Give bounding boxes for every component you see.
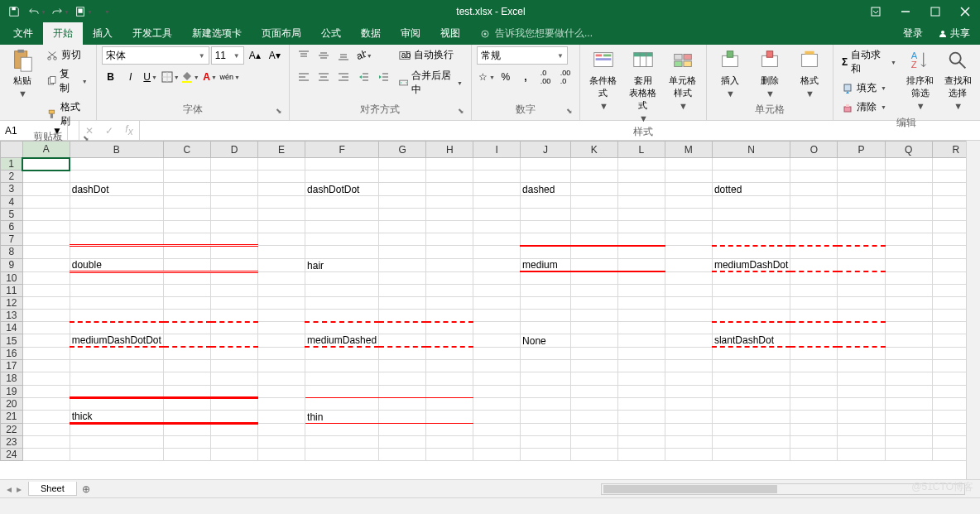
cell-M18[interactable] — [665, 372, 712, 385]
cell-G3[interactable] — [379, 183, 426, 195]
cell-O6[interactable] — [790, 220, 838, 233]
cell-A13[interactable] — [22, 310, 70, 322]
cell-H23[interactable] — [426, 436, 473, 449]
cell-F2[interactable] — [305, 171, 379, 183]
cell-O11[interactable] — [790, 284, 838, 296]
align-top-icon[interactable] — [295, 46, 313, 65]
cell-D15[interactable] — [210, 334, 257, 348]
cell-Q2[interactable] — [885, 171, 932, 183]
cell-M21[interactable] — [665, 410, 712, 423]
cell-O24[interactable] — [790, 449, 838, 461]
cell-M19[interactable] — [665, 385, 712, 397]
cell-J10[interactable] — [521, 271, 571, 284]
cell-Q17[interactable] — [885, 360, 932, 372]
cell-K4[interactable] — [570, 195, 617, 208]
cell-O19[interactable] — [790, 385, 838, 397]
row-header-17[interactable]: 17 — [1, 360, 23, 372]
cell-O5[interactable] — [790, 208, 838, 220]
share-button[interactable]: 共享 — [931, 22, 977, 45]
cell-K8[interactable] — [570, 246, 617, 258]
cell-F12[interactable] — [305, 296, 379, 309]
font-name-combo[interactable]: 宋体▼ — [102, 46, 209, 65]
font-color-button[interactable]: A▼ — [201, 68, 219, 86]
paste-button[interactable]: 粘贴▼ — [5, 46, 40, 100]
undo-button[interactable]: ▼ — [26, 2, 48, 22]
cell-J8[interactable] — [521, 246, 571, 258]
cell-B23[interactable] — [70, 436, 163, 449]
align-left-icon[interactable] — [295, 68, 313, 86]
cell-D16[interactable] — [210, 347, 257, 359]
cell-Q22[interactable] — [885, 423, 932, 435]
cell-N1[interactable] — [712, 158, 790, 171]
maximize-button[interactable] — [920, 0, 950, 23]
cell-K15[interactable] — [570, 334, 617, 348]
touch-mode-button[interactable]: ▼ — [73, 2, 94, 22]
cell-J22[interactable] — [521, 423, 571, 435]
cell-N14[interactable] — [712, 322, 790, 334]
cell-H24[interactable] — [426, 449, 473, 461]
cell-Q6[interactable] — [885, 220, 932, 233]
align-dialog-icon[interactable]: ⬊ — [456, 107, 466, 117]
decrease-font-icon[interactable]: A▾ — [266, 46, 284, 65]
cell-J9[interactable]: medium — [521, 258, 571, 271]
cell-E11[interactable] — [258, 284, 305, 296]
col-header-B[interactable]: B — [70, 142, 163, 158]
cell-L23[interactable] — [617, 436, 665, 449]
cell-A20[interactable] — [22, 397, 70, 410]
cell-C12[interactable] — [163, 296, 210, 309]
cell-E9[interactable] — [258, 258, 305, 271]
cell-J21[interactable] — [521, 410, 571, 423]
cell-I6[interactable] — [473, 220, 521, 233]
cell-Q13[interactable] — [885, 310, 932, 322]
redo-button[interactable]: ▼ — [50, 2, 71, 22]
cell-F9[interactable]: hair — [305, 258, 379, 271]
cell-L22[interactable] — [617, 423, 665, 435]
underline-button[interactable]: U▼ — [142, 68, 160, 86]
cell-B9[interactable]: double — [70, 258, 163, 271]
cell-N4[interactable] — [712, 195, 790, 208]
cell-I18[interactable] — [473, 372, 521, 385]
cell-P8[interactable] — [838, 246, 885, 258]
percent-format-icon[interactable]: % — [497, 68, 515, 86]
cell-L2[interactable] — [617, 171, 665, 183]
cell-H1[interactable] — [426, 158, 473, 171]
bold-button[interactable]: B — [102, 68, 120, 86]
decrease-decimal-icon[interactable]: .00.0 — [556, 68, 574, 86]
col-header-P[interactable]: P — [838, 142, 885, 158]
cell-G17[interactable] — [379, 360, 426, 372]
tell-me-box[interactable]: 告诉我您想要做什么... — [470, 22, 895, 45]
cell-A7[interactable] — [22, 233, 70, 246]
cell-L11[interactable] — [617, 284, 665, 296]
cell-C7[interactable] — [163, 233, 210, 246]
cell-O1[interactable] — [790, 158, 838, 171]
cell-H6[interactable] — [426, 220, 473, 233]
cell-N5[interactable] — [712, 208, 790, 220]
cell-N2[interactable] — [712, 171, 790, 183]
cell-N16[interactable] — [712, 347, 790, 359]
sheet-nav[interactable]: ◂▸ — [0, 483, 28, 495]
cell-P19[interactable] — [838, 385, 885, 397]
row-header-23[interactable]: 23 — [1, 436, 23, 449]
cell-C14[interactable] — [163, 322, 210, 334]
cell-O16[interactable] — [790, 347, 838, 359]
cell-O17[interactable] — [790, 360, 838, 372]
cell-K20[interactable] — [570, 397, 617, 410]
cell-F13[interactable] — [305, 310, 379, 322]
cell-K18[interactable] — [570, 372, 617, 385]
cell-B24[interactable] — [70, 449, 163, 461]
col-header-H[interactable]: H — [426, 142, 473, 158]
cell-O14[interactable] — [790, 322, 838, 334]
cell-J14[interactable] — [521, 322, 571, 334]
cell-G16[interactable] — [379, 347, 426, 359]
cell-J17[interactable] — [521, 360, 571, 372]
cell-I21[interactable] — [473, 410, 521, 423]
cell-M11[interactable] — [665, 284, 712, 296]
cell-F7[interactable] — [305, 233, 379, 246]
cell-B5[interactable] — [70, 208, 163, 220]
cell-C16[interactable] — [163, 347, 210, 359]
cell-F8[interactable] — [305, 246, 379, 258]
cell-G15[interactable] — [379, 334, 426, 348]
cell-Q11[interactable] — [885, 284, 932, 296]
cell-J4[interactable] — [521, 195, 571, 208]
row-header-14[interactable]: 14 — [1, 322, 23, 334]
